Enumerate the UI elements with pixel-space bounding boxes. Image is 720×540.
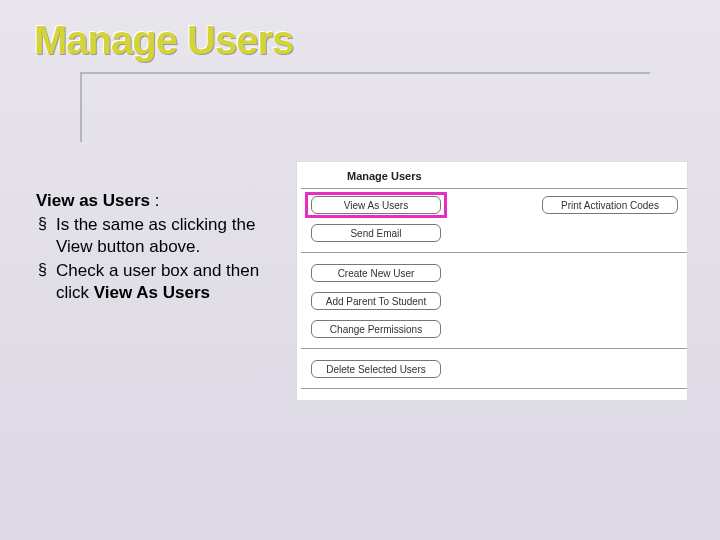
print-activation-codes-button[interactable]: Print Activation Codes <box>542 196 678 214</box>
divider <box>301 388 687 389</box>
bullet-bold: View As Users <box>94 283 210 302</box>
corner-accent <box>80 72 90 142</box>
change-permissions-button[interactable]: Change Permissions <box>311 320 441 338</box>
bullet-item: Is the same as clicking the View button … <box>36 214 266 258</box>
bullet-text: Is the same as clicking the View button … <box>56 215 255 256</box>
divider <box>301 348 687 349</box>
description-block: View as Users : Is the same as clicking … <box>36 190 266 306</box>
send-email-button[interactable]: Send Email <box>311 224 441 242</box>
slide-title: Manage Users <box>34 18 293 63</box>
divider <box>301 252 687 253</box>
panel-heading: Manage Users <box>347 170 422 182</box>
lead-label: View as Users <box>36 191 150 210</box>
manage-users-panel: Manage Users View As Users Print Activat… <box>296 161 688 401</box>
bullet-item: Check a user box and then click View As … <box>36 260 266 304</box>
lead-suffix: : <box>150 191 159 210</box>
create-new-user-button[interactable]: Create New User <box>311 264 441 282</box>
divider <box>301 188 687 189</box>
title-underline <box>90 72 650 74</box>
view-as-users-button[interactable]: View As Users <box>311 196 441 214</box>
delete-selected-users-button[interactable]: Delete Selected Users <box>311 360 441 378</box>
add-parent-to-student-button[interactable]: Add Parent To Student <box>311 292 441 310</box>
